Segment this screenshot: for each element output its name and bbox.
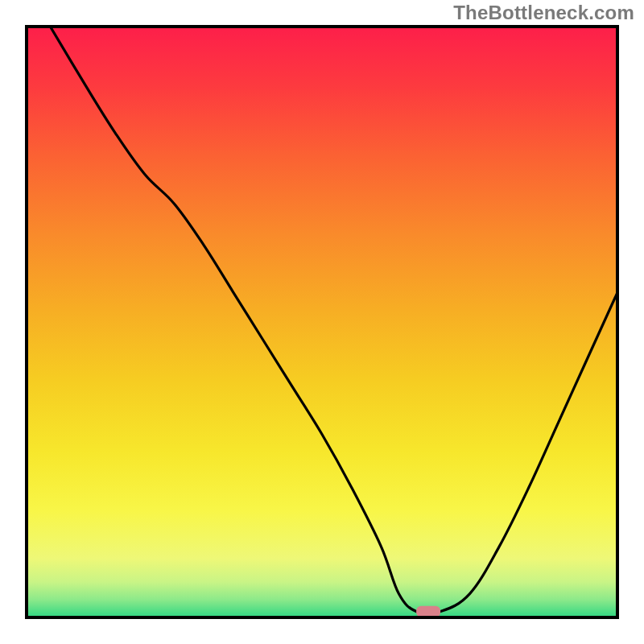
chart-container: TheBottleneck.com	[0, 0, 644, 644]
bottleneck-chart	[0, 0, 644, 644]
watermark-text: TheBottleneck.com	[453, 2, 634, 24]
plot-background	[27, 27, 617, 617]
optimal-marker	[416, 606, 440, 617]
